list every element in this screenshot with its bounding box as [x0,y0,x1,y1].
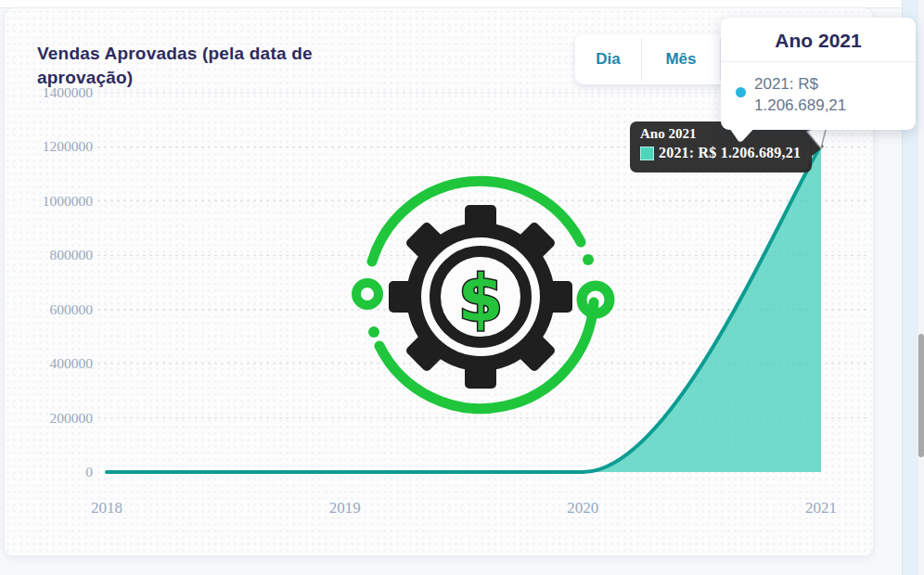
series-color-swatch [640,147,654,160]
summary-tooltip: Ano 2021 2021: R$ 1.206.689,21 [721,18,916,130]
series-tooltip-arrow [811,136,824,157]
x-axis-tick-label: 2018 [91,499,122,517]
y-axis-tick-label: 1400000 [43,84,94,100]
y-axis-tick-label: 400000 [50,355,94,371]
x-axis-tick-label: 2021 [805,499,837,517]
y-axis-tick-label: 600000 [50,301,94,317]
summary-tooltip-title: Ano 2021 [721,18,916,62]
summary-tooltip-value: 2021: R$ 1.206.689,21 [754,74,846,117]
x-axis-tick-label: 2020 [567,499,598,517]
x-axis-tick-label: 2019 [329,499,361,517]
series-tooltip-value: 2021: R$ 1.206.689,21 [659,145,801,161]
y-axis-tick-label: 800000 [50,247,94,262]
legend-dot-icon [736,87,746,97]
y-axis-tick-label: 200000 [50,410,94,426]
y-axis-tick-label: 1000000 [43,193,94,209]
y-axis-tick-label: 0 [85,464,93,479]
y-axis-tick-label: 1200000 [43,138,94,154]
